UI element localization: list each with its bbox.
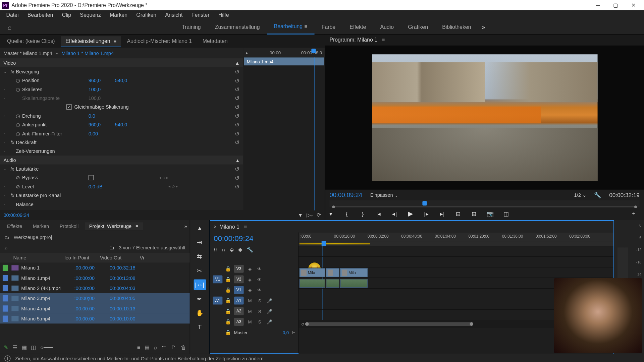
expand-icon[interactable]: ⊫: [291, 330, 296, 335]
maximize-button[interactable]: ▢: [607, 0, 625, 10]
uniform-scale-checkbox[interactable]: ✓: [66, 104, 72, 110]
freeform-view-icon[interactable]: ◫: [31, 344, 36, 350]
selection-tool[interactable]: ▲: [194, 223, 206, 234]
collapse-icon[interactable]: ▲: [235, 158, 240, 163]
project-item[interactable]: Milano 4.mp4:00:00:0000:00:10:13: [0, 303, 190, 313]
minimize-button[interactable]: ─: [589, 0, 607, 10]
eye-icon[interactable]: 👁: [256, 277, 263, 282]
ec-balance[interactable]: ›Balance: [0, 200, 243, 208]
reset-icon[interactable]: ↺: [235, 104, 240, 110]
linked-selection-icon[interactable]: ∩: [222, 247, 225, 253]
ec-timeremap[interactable]: ›Zeit-Verzerrungen: [0, 147, 243, 156]
new-bin-icon[interactable]: 🗀: [161, 344, 167, 350]
video-clip[interactable]: Mila: [340, 268, 368, 277]
go-to-in-button[interactable]: |◂: [373, 208, 384, 219]
project-item[interactable]: Milano 5.mp4:00:00:0000:00:10:00: [0, 313, 190, 323]
lock-icon[interactable]: 🔒: [225, 319, 231, 324]
reset-icon[interactable]: ↺: [235, 139, 240, 146]
play-only-icon[interactable]: ▷₊: [307, 212, 313, 218]
lock-icon[interactable]: 🔒: [225, 287, 231, 293]
extract-button[interactable]: ⊞: [469, 208, 480, 219]
collapse-icon[interactable]: ▲: [235, 60, 239, 65]
close-sequence-icon[interactable]: ×: [214, 224, 217, 230]
program-scrubber[interactable]: [329, 200, 639, 207]
panel-menu-icon[interactable]: ≡: [382, 37, 385, 43]
menu-grafiken[interactable]: Grafiken: [132, 10, 161, 20]
automate-icon[interactable]: ▤: [145, 344, 150, 350]
ws-tab-training[interactable]: Training: [175, 20, 208, 35]
panel-menu-icon[interactable]: ≡: [114, 39, 116, 44]
loop-icon[interactable]: ⟳: [317, 212, 321, 218]
stopwatch-icon[interactable]: ⊘: [16, 184, 22, 189]
step-back-button[interactable]: ◂|: [389, 208, 400, 219]
menu-fenster[interactable]: Fenster: [187, 10, 214, 20]
close-button[interactable]: ✕: [625, 0, 642, 10]
tab-effect-controls[interactable]: Effekteinstellungen≡: [61, 36, 121, 46]
slip-tool[interactable]: |↔|: [194, 279, 206, 290]
lock-icon[interactable]: 🔒: [225, 266, 231, 272]
timeline-ruler[interactable]: :00:0000:00:16:0000:00:32:0000:00:48:000…: [299, 233, 613, 241]
chevron-down-icon[interactable]: ⌄: [55, 50, 59, 56]
tab-metadata[interactable]: Metadaten: [198, 36, 232, 46]
reset-icon[interactable]: ↺: [235, 166, 240, 172]
go-to-out-button[interactable]: ▸|: [437, 208, 448, 219]
ws-tab-bibliotheken[interactable]: Bibliotheken: [435, 20, 478, 35]
add-marker-icon[interactable]: ⬙: [230, 247, 234, 253]
lock-icon[interactable]: 🔒: [225, 298, 231, 303]
program-timecode-left[interactable]: 00:00:09:24: [329, 191, 362, 198]
type-tool[interactable]: T: [194, 322, 206, 333]
timeline-zoom-bar[interactable]: [299, 241, 613, 246]
lock-icon[interactable]: 🔒: [225, 277, 231, 282]
lock-icon[interactable]: 🔒: [225, 329, 231, 335]
home-icon[interactable]: ⌂: [4, 22, 16, 33]
tab-effekte[interactable]: Effekte: [3, 222, 26, 230]
snap-icon[interactable]: ⁝⁝: [214, 247, 217, 253]
razor-tool[interactable]: ✂: [194, 265, 206, 276]
ec-opacity[interactable]: ›fxDeckkraft↺: [0, 138, 243, 146]
zoom-slider[interactable]: ○━━━: [40, 344, 53, 350]
mark-out-button[interactable]: }: [357, 208, 368, 219]
project-item[interactable]: Milano 3.mp4:00:00;0000:00:04:05: [0, 293, 190, 303]
col-in[interactable]: leo In-Point: [65, 255, 100, 260]
track-select-tool[interactable]: ⇥: [194, 237, 206, 248]
ec-motion[interactable]: ⌄fxBewegung↺: [0, 67, 243, 76]
playhead[interactable]: [322, 241, 326, 246]
ws-tab-effekte[interactable]: Effekte: [342, 20, 373, 35]
tab-source[interactable]: Quelle: (keine Clips): [3, 36, 59, 46]
ws-tab-audio[interactable]: Audio: [373, 20, 401, 35]
tab-protokoll[interactable]: Protokoll: [55, 222, 83, 230]
menu-marken[interactable]: Marken: [105, 10, 132, 20]
stopwatch-icon[interactable]: ◷: [16, 86, 22, 92]
bypass-checkbox[interactable]: [89, 175, 94, 180]
filter-icon[interactable]: ▼: [298, 212, 303, 218]
tl-marker-icon[interactable]: ◆: [238, 247, 242, 253]
add-marker-button[interactable]: ▾: [325, 208, 336, 219]
timeline-timecode[interactable]: 00:00:09:24: [210, 233, 298, 245]
trash-icon[interactable]: 🗑: [181, 344, 186, 350]
audio-clip[interactable]: [340, 279, 368, 288]
ec-playhead-line[interactable]: [315, 57, 315, 210]
menu-clip[interactable]: Clip: [58, 10, 76, 20]
play-button[interactable]: ▶: [405, 208, 416, 219]
hand-tool[interactable]: ✋: [194, 308, 206, 318]
sort-icon[interactable]: ≡: [137, 344, 140, 350]
ec-audio-section[interactable]: Audio▲: [0, 156, 243, 164]
reset-icon[interactable]: ↺: [235, 77, 240, 84]
audio-clip[interactable]: [326, 279, 339, 288]
project-item[interactable]: Milano 2 (4K).mp4:00:00:0000:00:04:03: [0, 283, 190, 293]
menu-hilfe[interactable]: Hilfe: [214, 10, 233, 20]
lift-button[interactable]: ⊟: [452, 208, 464, 219]
panel-overflow-icon[interactable]: »: [184, 224, 187, 229]
list-view-icon[interactable]: ☰: [12, 344, 17, 350]
tab-projekt[interactable]: Projekt: Werkzeuge ≡: [85, 222, 143, 230]
ws-tab-menu-icon[interactable]: ≡: [304, 23, 307, 29]
ws-tab-farbe[interactable]: Farbe: [315, 20, 343, 35]
reset-icon[interactable]: ↺: [235, 86, 240, 93]
mark-in-button[interactable]: {: [341, 208, 353, 219]
stopwatch-icon[interactable]: ◷: [16, 77, 22, 83]
video-clip[interactable]: [326, 268, 339, 277]
ws-tab-zusammenstellung[interactable]: Zusammenstellung: [208, 20, 267, 35]
pencil-icon[interactable]: ✎: [4, 344, 8, 350]
new-item-icon[interactable]: 🗋: [171, 344, 176, 350]
stopwatch-icon[interactable]: ◷: [16, 122, 22, 127]
